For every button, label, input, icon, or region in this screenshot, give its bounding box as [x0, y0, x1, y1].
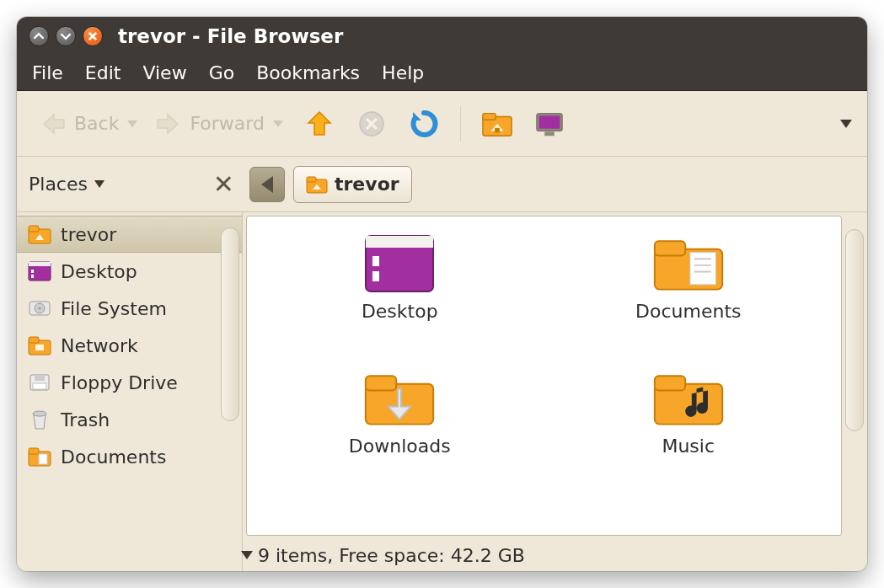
close-icon: [87, 30, 99, 42]
sidebar-item-trevor[interactable]: trevor: [17, 216, 242, 253]
file-item-label: Documents: [635, 301, 741, 322]
back-arrow-icon: [37, 108, 69, 140]
forward-history-dropdown[interactable]: [273, 120, 283, 127]
forward-button[interactable]: Forward: [147, 104, 287, 143]
file-item-documents[interactable]: Documents: [570, 233, 808, 360]
back-button[interactable]: Back: [32, 104, 142, 143]
forward-label: Forward: [190, 113, 264, 134]
file-item-label: Desktop: [362, 301, 438, 322]
svg-rect-8: [307, 177, 316, 182]
sidebar-item-label: Trash: [61, 409, 110, 430]
triangle-left-icon: [261, 176, 273, 193]
svg-rect-23: [33, 383, 46, 389]
stop-button[interactable]: [351, 104, 393, 143]
up-button[interactable]: [298, 104, 340, 143]
computer-icon: [533, 108, 565, 140]
sidebar-item-floppy[interactable]: Floppy Drive: [17, 364, 242, 401]
content-zoom-dropdown[interactable]: [241, 551, 253, 559]
sidebar-scrollbar[interactable]: [221, 227, 239, 421]
documents-folder-icon: [27, 444, 52, 469]
disk-icon: [27, 296, 52, 321]
content-scrollbar[interactable]: [845, 229, 864, 431]
svg-rect-14: [31, 275, 34, 278]
places-sidebar: trevor Desktop File System Network: [17, 212, 243, 571]
sidebar-item-label: Floppy Drive: [61, 372, 178, 393]
sidebar-item-filesystem[interactable]: File System: [17, 290, 242, 327]
sidebar-item-label: File System: [61, 298, 167, 319]
menu-help[interactable]: Help: [382, 62, 424, 83]
svg-rect-33: [655, 241, 685, 255]
svg-rect-31: [372, 271, 379, 281]
svg-rect-39: [366, 376, 396, 390]
reload-button[interactable]: [403, 104, 445, 143]
sidebar-item-network[interactable]: Network: [17, 327, 242, 364]
floppy-icon: [27, 370, 52, 395]
maximize-icon: [60, 30, 72, 42]
home-folder-icon: [481, 108, 513, 140]
downloads-folder-icon: [362, 368, 437, 429]
content-area: Desktop Documents Downloads: [243, 212, 867, 571]
home-button[interactable]: [476, 104, 518, 143]
svg-rect-19: [29, 337, 39, 343]
back-label: Back: [74, 113, 119, 134]
forward-arrow-icon: [153, 108, 185, 140]
menu-go[interactable]: Go: [209, 62, 235, 83]
sidebar-item-documents[interactable]: Documents: [17, 438, 242, 475]
file-item-label: Music: [662, 436, 715, 457]
svg-rect-3: [495, 127, 500, 132]
sidebar-item-desktop[interactable]: Desktop: [17, 253, 242, 290]
window-maximize-button[interactable]: [56, 26, 76, 46]
places-dropdown[interactable]: [94, 180, 104, 188]
documents-folder-icon: [651, 233, 726, 294]
desktop-icon: [27, 259, 52, 284]
path-back-button[interactable]: [249, 167, 285, 202]
file-item-music[interactable]: Music: [570, 368, 808, 494]
places-close-button[interactable]: ✕: [213, 169, 241, 199]
statusbar: 9 items, Free space: 42.2 GB: [243, 539, 867, 571]
svg-rect-2: [483, 113, 496, 120]
body: trevor Desktop File System Network: [17, 212, 867, 571]
back-history-dropdown[interactable]: [127, 120, 137, 127]
svg-rect-29: [366, 236, 433, 248]
reload-icon: [408, 108, 440, 140]
svg-rect-26: [29, 448, 39, 454]
icon-view[interactable]: Desktop Documents Downloads: [246, 216, 842, 536]
path-segment-label: trevor: [335, 174, 399, 195]
svg-rect-13: [31, 270, 34, 273]
menu-view[interactable]: View: [142, 62, 186, 83]
svg-rect-5: [539, 115, 560, 128]
stop-icon: [356, 108, 388, 140]
svg-point-24: [33, 411, 46, 416]
svg-rect-6: [544, 131, 554, 136]
svg-rect-30: [372, 256, 379, 266]
file-item-desktop[interactable]: Desktop: [281, 233, 519, 360]
trash-icon: [27, 407, 52, 432]
menu-edit[interactable]: Edit: [85, 62, 121, 83]
music-folder-icon: [651, 368, 726, 429]
menu-bookmarks[interactable]: Bookmarks: [256, 62, 360, 83]
file-item-downloads[interactable]: Downloads: [281, 368, 519, 494]
toolbar-overflow-dropdown[interactable]: [840, 120, 852, 128]
svg-rect-20: [35, 345, 44, 350]
sidebar-item-trash[interactable]: Trash: [17, 401, 242, 438]
svg-rect-41: [655, 376, 685, 390]
toolbar: Back Forward: [17, 91, 867, 157]
svg-rect-12: [29, 262, 51, 266]
toolbar-separator: [460, 106, 461, 142]
file-browser-window: trevor - File Browser File Edit View Go …: [17, 17, 867, 571]
places-header: Places ✕: [29, 169, 241, 199]
up-arrow-icon: [303, 108, 335, 140]
menu-file[interactable]: File: [32, 62, 63, 83]
sidebar-item-label: trevor: [61, 224, 116, 245]
window-minimize-button[interactable]: [29, 26, 49, 46]
path-segment-trevor[interactable]: trevor: [293, 166, 412, 203]
svg-rect-34: [690, 253, 716, 285]
file-item-label: Downloads: [349, 436, 451, 457]
status-text: 9 items, Free space: 42.2 GB: [258, 545, 525, 566]
svg-point-17: [39, 307, 41, 310]
window-close-button[interactable]: [83, 26, 103, 46]
computer-button[interactable]: [528, 104, 571, 143]
sidebar-item-label: Desktop: [61, 261, 137, 282]
places-label: Places: [29, 174, 88, 195]
desktop-icon: [362, 233, 437, 294]
